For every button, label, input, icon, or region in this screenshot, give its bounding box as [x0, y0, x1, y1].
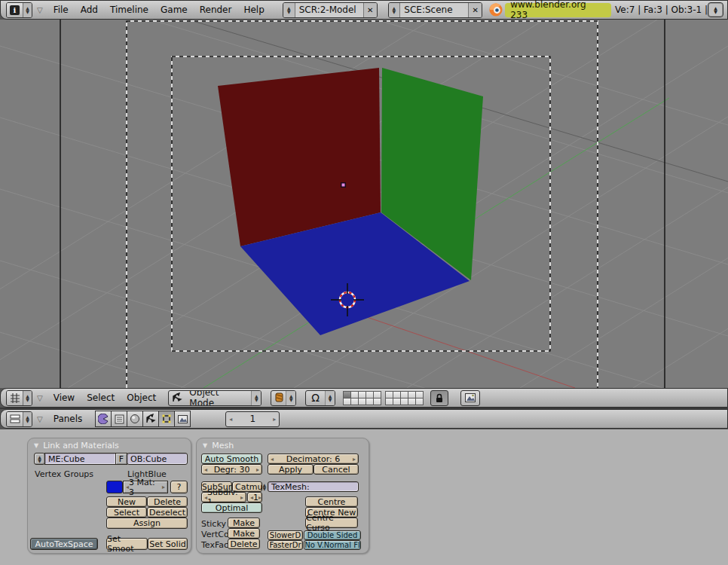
layer-15[interactable] [373, 398, 381, 405]
menu-add[interactable]: Add [75, 3, 104, 17]
menu-view[interactable]: View [47, 391, 81, 405]
no-vnormal-flip-toggle[interactable]: No V.Normal Fl [304, 540, 361, 550]
panel-collapse-triangle-icon[interactable]: ▼ [34, 442, 38, 449]
select-button[interactable]: Select [106, 507, 147, 518]
texmesh-field[interactable]: TexMesh: [268, 481, 359, 492]
panel-header-mesh[interactable]: ▼ Mesh [203, 441, 234, 450]
layer-group-2[interactable] [385, 391, 423, 405]
new-button[interactable]: New [106, 496, 147, 507]
layer-20[interactable] [415, 398, 424, 405]
menu-timeline[interactable]: Timeline [104, 3, 154, 17]
viewport-canvas[interactable] [0, 20, 728, 388]
delete-button[interactable]: Delete [147, 496, 188, 507]
frame-decrement-icon[interactable]: ◂ [229, 416, 232, 423]
window-type-stepper[interactable]: ▲▼ [23, 3, 32, 17]
degr-increment-icon[interactable]: ▸ [256, 466, 259, 473]
mesh-browse-stepper[interactable]: ▲▼ [34, 453, 45, 465]
mode-dropdown[interactable]: Object Mode ▲▼ [168, 390, 262, 406]
layer-group-1[interactable] [343, 391, 381, 405]
auto-smooth-toggle[interactable]: Auto Smooth [201, 454, 262, 464]
apply-button[interactable]: Apply [268, 464, 314, 475]
degr-decrement-icon[interactable]: ◂ [204, 466, 207, 473]
image-icon [465, 393, 476, 402]
scene-context-button[interactable] [174, 411, 191, 427]
shading-context-button[interactable] [127, 411, 143, 427]
mat-increment-icon[interactable]: ▸ [162, 484, 165, 490]
menu-select[interactable]: Select [81, 391, 121, 405]
sticky-make-button[interactable]: Make [228, 518, 260, 528]
object-name-field[interactable]: OB:Cube [127, 453, 188, 465]
draw-type-dropdown[interactable]: ▲▼ [271, 390, 296, 406]
header-collapse-icon[interactable]: ▽ [37, 6, 43, 14]
screen-close-icon[interactable]: ✕ [363, 3, 377, 17]
vertcol-make-button[interactable]: Make [228, 528, 260, 539]
texface-delete-button[interactable]: Delete [228, 539, 260, 549]
double-sided-toggle[interactable]: Double Sided [304, 530, 361, 540]
draw-type-stepper[interactable]: ▲▼ [286, 391, 295, 405]
pivot-stepper[interactable]: ▲▼ [325, 391, 335, 405]
frame-increment-icon[interactable]: ▸ [273, 416, 276, 423]
degr-number-field[interactable]: ◂ Degr: 30 ▸ [201, 464, 262, 475]
viewport-3d[interactable] [0, 20, 728, 388]
pivot-dropdown[interactable]: Ω ▲▼ [305, 390, 335, 406]
viewport-collapse-icon[interactable]: ▽ [37, 394, 43, 402]
screen-selector[interactable]: ▲▼ SCR:2-Model ✕ [283, 2, 378, 18]
menu-render[interactable]: Render [194, 3, 238, 17]
faster-draw-button[interactable]: FasterDr [268, 540, 303, 550]
cancel-button[interactable]: Cancel [314, 464, 359, 475]
screen-selector-stepper[interactable]: ▲▼ [283, 3, 295, 17]
mode-dropdown-stepper[interactable]: ▲▼ [251, 391, 261, 405]
material-index-field[interactable]: ◂ 3 Mat: 3 ▸ [123, 481, 168, 493]
frame-number-field[interactable]: ◂ 1 ▸ [225, 411, 280, 427]
decimator-slider[interactable]: ◂ Decimator: 6 ▸ [268, 454, 359, 464]
lock-layers-button[interactable] [430, 390, 448, 406]
editing-context-button[interactable] [158, 411, 175, 427]
scene-selector-value[interactable]: SCE:Scene [400, 3, 468, 17]
fake-user-button[interactable]: F [115, 453, 127, 465]
object-context-button[interactable] [142, 411, 159, 427]
autotexspace-toggle[interactable]: AutoTexSpace [30, 538, 98, 550]
viewport-type-stepper[interactable]: ▲▼ [23, 391, 32, 405]
scene-selector[interactable]: ▲▼ SCE:Scene ✕ [388, 2, 483, 18]
optimal-toggle[interactable]: Optimal [201, 502, 262, 513]
mesh-name-field[interactable]: ME:Cube [44, 453, 116, 465]
header-resize-widget[interactable]: ▲▼ [708, 2, 723, 17]
subdiv-increment-icon[interactable]: ▸ [240, 494, 243, 501]
decimator-decrement-icon[interactable]: ◂ [271, 456, 274, 463]
scene-close-icon[interactable]: ✕ [468, 3, 482, 17]
panels-menu[interactable]: Panels [47, 412, 89, 426]
menu-file[interactable]: File [47, 3, 75, 17]
subsurf-type-stepper[interactable]: ▲▼ [262, 483, 266, 490]
subdiv-render-field[interactable]: ◂ 1 ▸ [247, 492, 262, 502]
sticky-label: Sticky [201, 519, 226, 529]
menu-object[interactable]: Object [121, 391, 162, 405]
set-solid-button[interactable]: Set Solid [148, 538, 188, 550]
decimator-increment-icon[interactable]: ▸ [353, 456, 356, 463]
panel-header-link-materials[interactable]: ▼ Link and Materials [34, 441, 119, 450]
render-preview-button[interactable] [460, 390, 480, 406]
screen-selector-value[interactable]: SCR:2-Model [295, 3, 363, 17]
centre-cursor-button[interactable]: Centre Curso [305, 518, 358, 528]
menu-game[interactable]: Game [154, 3, 194, 17]
buttons-type-button[interactable]: ▲▼ [6, 411, 32, 427]
viewport-type-button[interactable]: ▲▼ [6, 390, 32, 406]
mode-dropdown-value[interactable]: Object Mode [184, 390, 251, 406]
set-smooth-button[interactable]: Set Smoot [106, 538, 148, 550]
centre-button[interactable]: Centre [305, 496, 358, 507]
material-color-swatch[interactable] [106, 481, 123, 493]
script-context-button[interactable] [111, 411, 127, 427]
material-help-button[interactable]: ? [170, 481, 188, 493]
buttons-collapse-icon[interactable]: ▽ [37, 415, 43, 423]
buttons-type-stepper[interactable]: ▲▼ [23, 412, 32, 426]
script-icon [115, 414, 124, 424]
window-type-button[interactable]: i ▲▼ [6, 2, 32, 18]
slower-draw-button[interactable]: SlowerD [268, 530, 303, 540]
panel-collapse-triangle-icon[interactable]: ▼ [203, 442, 207, 449]
subdiv-number-field[interactable]: ◂ Subdiv: 1 ▸ [201, 492, 246, 502]
subdiv2-increment-icon[interactable]: ▸ [258, 494, 262, 501]
scene-selector-stepper[interactable]: ▲▼ [389, 3, 401, 17]
logic-context-button[interactable] [95, 411, 112, 427]
assign-button[interactable]: Assign [106, 518, 188, 529]
menu-help[interactable]: Help [237, 3, 270, 17]
deselect-button[interactable]: Deselect [147, 507, 188, 518]
